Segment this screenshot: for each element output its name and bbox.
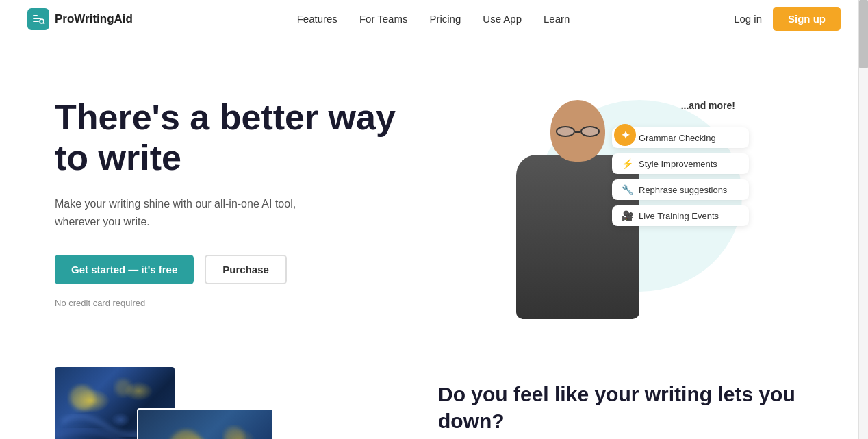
rephrase-icon: 🔧 (622, 184, 633, 195)
hero-right: ...and more! ✏️ Grammar Checking ⚡ Style… (411, 79, 813, 326)
style-icon: ⚡ (622, 158, 633, 169)
brand-link[interactable]: ProWritingAid (27, 8, 133, 30)
logo-svg (31, 12, 45, 26)
hero-buttons: Get started — it's free Purchase (55, 255, 411, 284)
brand-name: ProWritingAid (55, 12, 133, 26)
hero-section: There's a better way to write Make your … (0, 38, 868, 353)
nav-learn[interactable]: Learn (544, 13, 570, 25)
section-two-left: My idea in my head (55, 367, 383, 439)
svg-rect-2 (33, 21, 39, 22)
glasses-left (556, 126, 575, 137)
painting-front-svg (138, 410, 274, 439)
nav-use-app[interactable]: Use App (483, 13, 522, 25)
section-two-title: Do you feel like your writing lets you d… (438, 381, 813, 434)
svg-point-6 (115, 379, 131, 396)
feature-label-0: Grammar Checking (639, 133, 716, 143)
feature-label-2: Rephrase suggestions (639, 185, 727, 195)
hero-left: There's a better way to write Make your … (55, 97, 411, 309)
svg-line-4 (43, 23, 44, 24)
nav-actions: Log in Sign up (734, 7, 841, 31)
svg-point-7 (169, 430, 203, 439)
nav-pricing[interactable]: Pricing (429, 13, 461, 25)
scrollbar-thumb[interactable] (859, 0, 868, 68)
no-credit-text: No credit card required (55, 298, 411, 308)
navbar: ProWritingAid Features For Teams Pricing… (0, 0, 868, 38)
painting-stack: My idea in my head (55, 367, 288, 439)
training-icon: 🎥 (622, 210, 633, 221)
feature-card-2: 🔧 Rephrase suggestions (612, 179, 749, 200)
svg-rect-1 (33, 18, 41, 19)
brand-logo-icon (27, 8, 49, 30)
glasses-bridge (575, 131, 580, 133)
nav-for-teams[interactable]: For Teams (359, 13, 408, 25)
feature-card-3: 🎥 Live Training Events (612, 205, 749, 226)
person-head (550, 100, 605, 162)
svg-point-8 (224, 427, 244, 439)
feature-label-1: Style Improvements (639, 159, 717, 169)
and-more-label: ...and more! (681, 100, 735, 111)
hero-subtitle: Make your writing shine with our all-in-… (55, 195, 342, 230)
svg-point-5 (70, 386, 94, 410)
purchase-button[interactable]: Purchase (205, 255, 287, 284)
feature-label-3: Live Training Events (639, 211, 719, 221)
section-two-right: Do you feel like your writing lets you d… (438, 367, 813, 439)
glasses-right (580, 126, 600, 137)
get-started-button[interactable]: Get started — it's free (55, 255, 194, 284)
hero-illustration: ...and more! ✏️ Grammar Checking ⚡ Style… (482, 86, 742, 319)
section-two: My idea in my head Do you feel like your… (0, 353, 868, 439)
login-link[interactable]: Log in (734, 13, 762, 25)
hero-title: There's a better way to write (55, 97, 411, 179)
svg-point-3 (40, 19, 44, 23)
painting-front (137, 408, 274, 439)
nav-links: Features For Teams Pricing Use App Learn (297, 13, 570, 25)
signup-button[interactable]: Sign up (773, 7, 841, 31)
page-scrollbar[interactable] (858, 0, 868, 439)
nav-features[interactable]: Features (297, 13, 337, 25)
svg-rect-0 (33, 15, 38, 16)
feature-card-1: ⚡ Style Improvements (612, 153, 749, 174)
plus-badge-icon: ✦ (614, 124, 636, 146)
